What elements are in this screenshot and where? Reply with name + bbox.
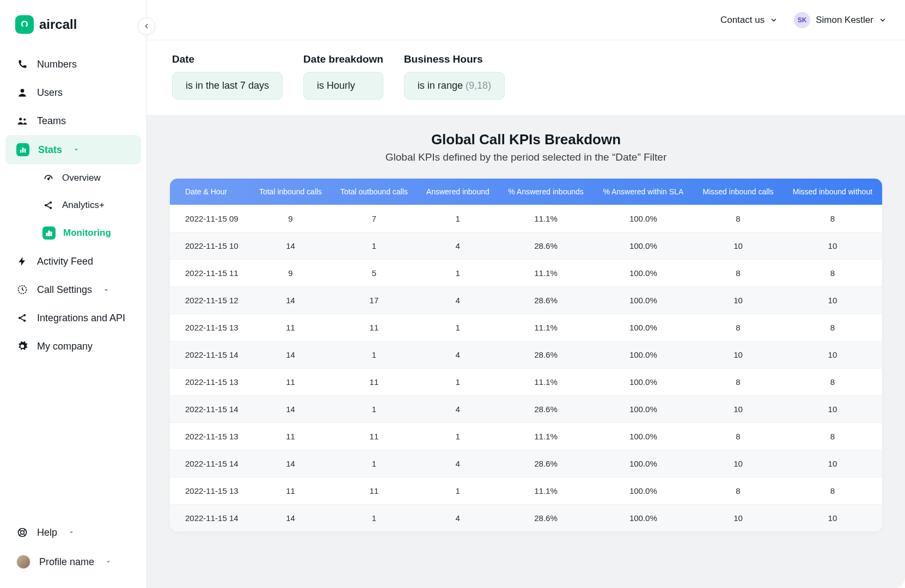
- table-cell: 8: [693, 369, 783, 396]
- kpi-subtitle: Global KPIs defined by the period select…: [170, 151, 882, 163]
- table-column-header[interactable]: % Answered within SLA: [593, 179, 693, 205]
- table-cell: 2022-11-15 14: [170, 341, 250, 369]
- filters-bar: Date is in the last 7 days Date breakdow…: [147, 40, 905, 115]
- user-menu[interactable]: SK Simon Kestler: [794, 12, 886, 28]
- filter-label: Business Hours: [404, 53, 505, 65]
- sidebar-item-help[interactable]: Help: [5, 518, 141, 547]
- table-cell: 11: [250, 423, 331, 450]
- table-row: 2022-11-15 131111111.1%100.0%88: [170, 477, 882, 505]
- sidebar-item-stats[interactable]: Stats: [5, 135, 141, 164]
- table-cell: 1: [331, 450, 417, 477]
- logo[interactable]: aircall: [0, 0, 146, 44]
- table-cell: 100.0%: [593, 260, 693, 287]
- filter-business-hours-pill[interactable]: is in range (9,18): [404, 72, 505, 100]
- sidebar-item-profile[interactable]: Profile name: [5, 547, 141, 577]
- table-cell: 100.0%: [593, 205, 693, 232]
- svg-rect-11: [48, 231, 50, 236]
- table-cell: 100.0%: [593, 505, 693, 532]
- table-cell: 4: [417, 341, 499, 369]
- table-cell: 11.1%: [499, 477, 594, 505]
- table-row: 2022-11-15 131111111.1%100.0%88: [170, 314, 882, 341]
- svg-rect-12: [51, 232, 52, 236]
- gauge-icon: [42, 172, 54, 184]
- table-cell: 4: [417, 396, 499, 423]
- table-cell: 4: [417, 287, 499, 314]
- table-cell: 11: [250, 477, 331, 505]
- table-cell: 10: [783, 232, 882, 260]
- table-cell: 2022-11-15 09: [170, 205, 250, 232]
- sidebar-item-call-settings[interactable]: Call Settings: [5, 275, 141, 304]
- stats-icon: [16, 143, 29, 156]
- sidebar-item-overview[interactable]: Overview: [26, 164, 141, 192]
- phone-icon: [16, 58, 28, 70]
- sidebar-item-users[interactable]: Users: [5, 78, 141, 107]
- contact-us-dropdown[interactable]: Contact us: [720, 15, 778, 26]
- table-column-header[interactable]: Date & Hour: [170, 179, 250, 205]
- table-cell: 10: [783, 505, 882, 532]
- table-column-header[interactable]: Total outbound calls: [331, 179, 417, 205]
- table-header-row: Date & HourTotal inbound callsTotal outb…: [170, 179, 882, 205]
- table-cell: 1: [417, 314, 499, 341]
- table-cell: 9: [250, 260, 331, 287]
- table-cell: 1: [417, 205, 499, 232]
- table-cell: 28.6%: [499, 232, 594, 260]
- table-cell: 10: [783, 341, 882, 369]
- table-cell: 10: [693, 396, 783, 423]
- table-cell: 2022-11-15 13: [170, 369, 250, 396]
- table-cell: 10: [693, 287, 783, 314]
- table-cell: 10: [693, 505, 783, 532]
- table-column-header[interactable]: Answered inbound: [417, 179, 499, 205]
- collapse-sidebar-button[interactable]: [138, 17, 155, 35]
- sidebar-item-analytics[interactable]: Analytics+: [26, 192, 141, 219]
- table-cell: 14: [250, 232, 331, 260]
- chevron-down-icon: [879, 16, 886, 24]
- table-cell: 8: [693, 477, 783, 505]
- table-cell: 2022-11-15 14: [170, 505, 250, 532]
- table-cell: 8: [783, 477, 882, 505]
- filter-date-pill[interactable]: is in the last 7 days: [172, 72, 283, 100]
- main: Contact us SK Simon Kestler Date is in t…: [147, 0, 905, 588]
- user-name: Simon Kestler: [816, 15, 873, 26]
- table-column-header[interactable]: % Answered inbounds: [499, 179, 594, 205]
- sidebar-item-numbers[interactable]: Numbers: [5, 50, 141, 78]
- avatar-icon: [16, 555, 30, 569]
- table-row: 2022-11-15 10141428.6%100.0%1010: [170, 232, 882, 260]
- filter-date: Date is in the last 7 days: [172, 53, 283, 100]
- table-cell: 2022-11-15 11: [170, 260, 250, 287]
- nav-label: Profile name: [39, 556, 94, 568]
- chevron-down-icon: [770, 16, 778, 24]
- table-cell: 14: [250, 396, 331, 423]
- sidebar-item-integrations[interactable]: Integrations and API: [5, 304, 141, 332]
- contact-label: Contact us: [720, 15, 765, 26]
- table-cell: 1: [417, 423, 499, 450]
- table-cell: 100.0%: [593, 287, 693, 314]
- sidebar-item-activity[interactable]: Activity Feed: [5, 247, 141, 275]
- table-cell: 7: [331, 205, 417, 232]
- svg-point-18: [21, 531, 25, 535]
- table-cell: 4: [417, 505, 499, 532]
- table-cell: 10: [693, 450, 783, 477]
- table-cell: 1: [331, 396, 417, 423]
- sidebar-item-monitoring[interactable]: Monitoring: [26, 219, 141, 247]
- table-cell: 14: [250, 505, 331, 532]
- sidebar-bottom: Help Profile name: [0, 514, 146, 588]
- nav-label: Numbers: [37, 59, 77, 70]
- table-cell: 4: [417, 450, 499, 477]
- sidebar-item-company[interactable]: My company: [5, 332, 141, 360]
- table-column-header[interactable]: Missed inbound calls: [693, 179, 783, 205]
- table-cell: 8: [693, 205, 783, 232]
- table-row: 2022-11-15 131111111.1%100.0%88: [170, 423, 882, 450]
- table-row: 2022-11-15 14141428.6%100.0%1010: [170, 396, 882, 423]
- table-cell: 2022-11-15 10: [170, 232, 250, 260]
- logo-mark-icon: [15, 15, 34, 34]
- table-column-header[interactable]: Total inbound calls: [250, 179, 331, 205]
- table-cell: 8: [783, 260, 882, 287]
- gear-icon: [16, 340, 28, 352]
- table-cell: 14: [250, 287, 331, 314]
- sidebar-item-teams[interactable]: Teams: [5, 107, 141, 135]
- filter-date-breakdown-pill[interactable]: is Hourly: [303, 72, 383, 100]
- table-column-header[interactable]: Missed inbound without: [783, 179, 882, 205]
- table-cell: 1: [417, 260, 499, 287]
- table-cell: 8: [693, 260, 783, 287]
- svg-rect-3: [20, 150, 22, 152]
